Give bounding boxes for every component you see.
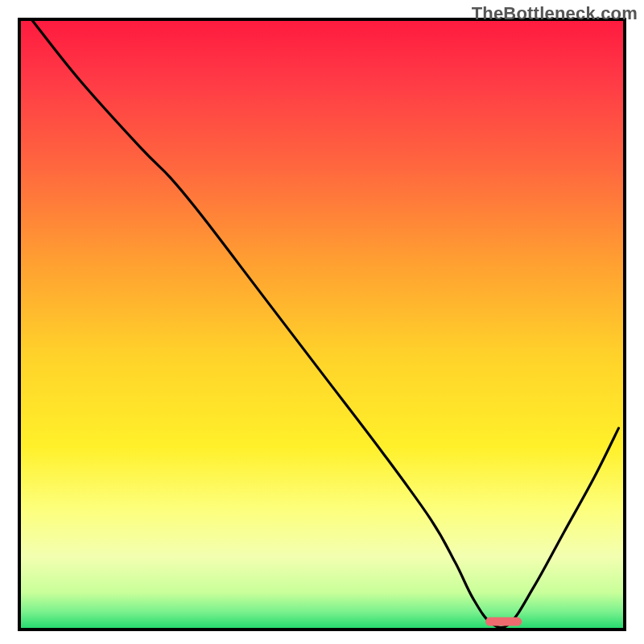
gradient-background <box>19 19 625 630</box>
chart-stage: TheBottleneck.com <box>0 0 644 644</box>
bottleneck-chart <box>0 0 644 644</box>
optimal-range-marker <box>485 617 522 626</box>
watermark-text: TheBottleneck.com <box>472 3 638 24</box>
